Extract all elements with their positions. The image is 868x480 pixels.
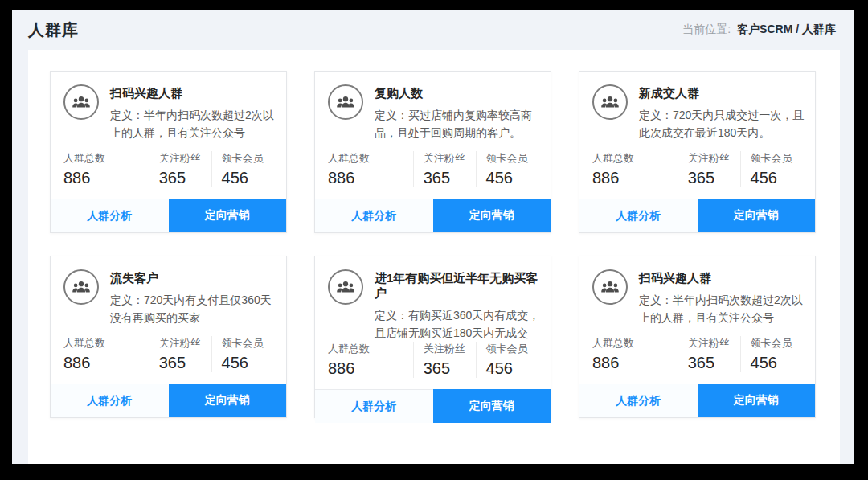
stat-value: 456	[222, 354, 272, 372]
card-definition: 定义：有购买近360天内有成交，且店铺无购买近180天内无成交	[375, 307, 541, 342]
stat-value: 886	[63, 354, 142, 372]
stat-value: 886	[63, 169, 142, 187]
people-group-icon	[592, 84, 628, 120]
stat-value: 456	[486, 169, 536, 187]
audience-analysis-button[interactable]: 人群分析	[579, 199, 698, 232]
card-stats: 人群总数 886 关注粉丝 365 领卡会员 456	[579, 336, 815, 384]
audience-analysis-button[interactable]: 人群分析	[315, 199, 433, 232]
stat-followers: 关注粉丝 365	[413, 342, 476, 378]
stat-value: 365	[688, 354, 734, 372]
stat-members: 领卡会员 456	[211, 336, 278, 372]
stat-value: 886	[592, 354, 671, 372]
stat-value: 365	[424, 359, 469, 378]
page-header: 人群库 当前位置: 客户SCRM / 人群库	[12, 10, 854, 50]
stat-label: 关注粉丝	[159, 336, 205, 351]
stat-label: 关注粉丝	[688, 336, 734, 351]
stat-followers: 关注粉丝 365	[149, 336, 211, 372]
card-actions: 人群分析 定向营销	[579, 384, 815, 417]
stat-label: 领卡会员	[751, 336, 800, 351]
card-stats: 人群总数 886 关注粉丝 365 领卡会员 456	[579, 151, 815, 199]
audience-card: 进1年有购买但近半年无购买客户 定义：有购买近360天内有成交，且店铺无购买近1…	[314, 256, 551, 418]
stat-members: 领卡会员 456	[211, 151, 278, 187]
targeted-marketing-button[interactable]: 定向营销	[169, 384, 287, 417]
stat-label: 领卡会员	[222, 336, 272, 351]
stat-members: 领卡会员 456	[476, 151, 542, 187]
stat-members: 领卡会员 456	[476, 342, 542, 378]
card-head: 扫码兴趣人群 定义：半年内扫码次数超过2次以上的人群，且有关注公众号	[579, 256, 815, 336]
targeted-marketing-button[interactable]: 定向营销	[169, 199, 287, 232]
stat-followers: 关注粉丝 365	[149, 151, 211, 187]
stat-label: 人群总数	[63, 336, 142, 351]
stat-value: 886	[328, 169, 407, 187]
card-actions: 人群分析 定向营销	[579, 199, 815, 232]
stat-label: 关注粉丝	[688, 151, 734, 166]
card-stats: 人群总数 886 关注粉丝 365 领卡会员 456	[51, 151, 286, 199]
stat-followers: 关注粉丝 365	[678, 151, 740, 187]
stat-followers: 关注粉丝 365	[413, 151, 476, 187]
stat-value: 456	[486, 359, 536, 378]
card-title: 扫码兴趣人群	[639, 267, 805, 286]
card-definition: 定义：720天内只成交过一次，且此次成交在最近180天内。	[639, 107, 805, 142]
card-head-text: 复购人数 定义：买过店铺内复购率较高商品，且处于回购周期的客户。	[375, 82, 541, 151]
card-definition: 定义：720天内有支付且仅360天没有再购买的买家	[110, 292, 276, 326]
audience-card: 复购人数 定义：买过店铺内复购率较高商品，且处于回购周期的客户。 人群总数 88…	[314, 71, 551, 233]
card-head: 流失客户 定义：720天内有支付且仅360天没有再购买的买家	[51, 256, 286, 336]
people-group-icon	[328, 269, 363, 305]
stat-value: 365	[159, 354, 205, 372]
main-panel: 扫码兴趣人群 定义：半年内扫码次数超过2次以上的人群，且有关注公众号 人群总数 …	[28, 50, 840, 464]
stat-value: 456	[751, 169, 800, 187]
stat-label: 人群总数	[328, 342, 407, 356]
stat-members: 领卡会员 456	[740, 151, 807, 187]
breadcrumb: 当前位置: 客户SCRM / 人群库	[682, 23, 836, 37]
people-group-icon	[592, 269, 628, 305]
audience-card: 新成交人群 定义：720天内只成交过一次，且此次成交在最近180天内。 人群总数…	[579, 71, 816, 233]
stat-label: 人群总数	[63, 151, 142, 166]
stat-value: 456	[751, 354, 800, 372]
card-stats: 人群总数 886 关注粉丝 365 领卡会员 456	[51, 336, 286, 384]
card-head-text: 扫码兴趣人群 定义：半年内扫码次数超过2次以上的人群，且有关注公众号	[110, 82, 276, 151]
stat-total: 人群总数 886	[328, 342, 413, 378]
audience-card: 流失客户 定义：720天内有支付且仅360天没有再购买的买家 人群总数 886 …	[50, 256, 287, 418]
stat-total: 人群总数 886	[63, 336, 149, 372]
audience-analysis-button[interactable]: 人群分析	[579, 384, 698, 417]
card-title: 流失客户	[110, 267, 276, 286]
targeted-marketing-button[interactable]: 定向营销	[698, 199, 816, 232]
targeted-marketing-button[interactable]: 定向营销	[433, 199, 551, 232]
stat-label: 领卡会员	[222, 151, 272, 166]
stat-total: 人群总数 886	[63, 151, 149, 187]
stat-total: 人群总数 886	[592, 151, 678, 187]
stat-followers: 关注粉丝 365	[678, 336, 740, 372]
audience-card: 扫码兴趣人群 定义：半年内扫码次数超过2次以上的人群，且有关注公众号 人群总数 …	[50, 71, 287, 233]
stat-total: 人群总数 886	[328, 151, 413, 187]
card-stats: 人群总数 886 关注粉丝 365 领卡会员 456	[315, 342, 551, 389]
breadcrumb-path[interactable]: 客户SCRM / 人群库	[737, 23, 836, 35]
stat-value: 365	[424, 169, 469, 187]
card-title: 复购人数	[375, 82, 541, 101]
card-definition: 定义：买过店铺内复购率较高商品，且处于回购周期的客户。	[375, 107, 541, 142]
page-title: 人群库	[28, 19, 79, 41]
stat-label: 关注粉丝	[424, 342, 469, 356]
audience-analysis-button[interactable]: 人群分析	[315, 389, 433, 423]
targeted-marketing-button[interactable]: 定向营销	[698, 384, 816, 417]
audience-analysis-button[interactable]: 人群分析	[51, 384, 169, 417]
stat-value: 886	[592, 169, 671, 187]
card-head-text: 新成交人群 定义：720天内只成交过一次，且此次成交在最近180天内。	[639, 82, 805, 151]
audience-analysis-button[interactable]: 人群分析	[51, 199, 169, 232]
stat-label: 关注粉丝	[424, 151, 469, 166]
card-definition: 定义：半年内扫码次数超过2次以上的人群，且有关注公众号	[110, 107, 276, 142]
stat-members: 领卡会员 456	[740, 336, 807, 372]
people-group-icon	[63, 269, 99, 305]
card-stats: 人群总数 886 关注粉丝 365 领卡会员 456	[315, 151, 551, 199]
page: 人群库 当前位置: 客户SCRM / 人群库 扫码兴趣人群 定义：半年内扫	[12, 10, 854, 464]
card-head: 复购人数 定义：买过店铺内复购率较高商品，且处于回购周期的客户。	[315, 72, 551, 151]
stat-label: 关注粉丝	[159, 151, 205, 166]
stat-label: 领卡会员	[751, 151, 800, 166]
card-head-text: 流失客户 定义：720天内有支付且仅360天没有再购买的买家	[110, 267, 276, 336]
card-head: 新成交人群 定义：720天内只成交过一次，且此次成交在最近180天内。	[579, 72, 815, 151]
targeted-marketing-button[interactable]: 定向营销	[433, 389, 551, 423]
card-title: 新成交人群	[639, 82, 805, 101]
card-actions: 人群分析 定向营销	[315, 389, 551, 423]
stat-label: 人群总数	[592, 336, 671, 351]
stat-label: 人群总数	[328, 151, 407, 166]
card-actions: 人群分析 定向营销	[315, 199, 551, 232]
